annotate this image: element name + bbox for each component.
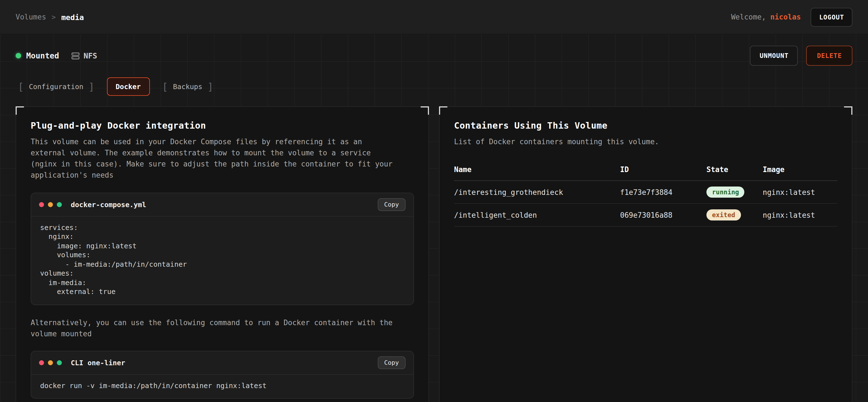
column-header-state: State [707,165,763,174]
containers-panel-subtitle: List of Docker containers mounting this … [454,136,823,147]
topbar-right: Welcome, nicolas LOGOUT [731,7,852,27]
column-header-id: ID [620,165,707,174]
window-dot-red-icon [39,202,44,207]
compose-code-content: services: nginx: image: nginx:latest vol… [31,216,413,304]
breadcrumb-volumes-link[interactable]: Volumes [16,13,46,21]
cli-code-block: CLI one-liner Copy docker run -v im-medi… [31,351,414,399]
mounted-status-label: Mounted [26,51,59,60]
breadcrumb-current-page: media [61,12,84,22]
container-state-badge: running [707,187,745,198]
window-dot-green-icon [57,360,62,365]
logout-button[interactable]: LOGOUT [811,7,852,27]
container-id: 069e73016a88 [620,211,707,219]
docker-integration-panel: Plug-and-play Docker integration This vo… [16,106,429,402]
main-content: Mounted NFS UNMOUNT DELETE Configuration [0,35,868,402]
corner-bracket-decoration [844,106,852,115]
corner-bracket-decoration [439,106,447,115]
cli-code-header: CLI one-liner Copy [31,351,413,375]
container-id: f1e73e7f3884 [620,188,707,196]
container-name: /intelligent_colden [454,211,620,219]
unmount-button[interactable]: UNMOUNT [750,46,798,66]
driver-label: NFS [84,51,97,60]
cli-intro-text: Alternatively, you can use the following… [31,317,399,340]
breadcrumb-separator-icon: > [52,13,56,21]
volume-actions: UNMOUNT DELETE [750,46,852,66]
column-header-name: Name [454,165,620,174]
cli-filename: CLI one-liner [71,359,125,367]
tab-docker[interactable]: Docker [107,77,150,96]
cli-copy-button[interactable]: Copy [377,356,406,369]
driver-indicator: NFS [71,51,97,60]
column-header-image: Image [763,165,837,174]
status-row: Mounted NFS UNMOUNT DELETE [16,46,852,66]
window-dot-red-icon [39,360,44,365]
tab-bar: Configuration Docker Backups [16,77,852,96]
window-dot-green-icon [57,202,62,207]
compose-code-header: docker-compose.yml Copy [31,193,413,216]
welcome-prefix: Welcome, [731,13,766,21]
docker-panel-description: This volume can be used in your Docker C… [31,136,399,181]
welcome-text: Welcome, nicolas [731,13,801,21]
window-dot-yellow-icon [48,360,53,365]
app-window: Volumes > media Welcome, nicolas LOGOUT … [0,0,868,402]
corner-bracket-decoration [421,106,429,115]
compose-filename: docker-compose.yml [71,200,146,208]
topbar: Volumes > media Welcome, nicolas LOGOUT [0,0,868,35]
containers-panel: Containers Using This Volume List of Doc… [439,106,852,402]
container-name: /interesting_grothendieck [454,188,620,196]
compose-copy-button[interactable]: Copy [377,198,406,211]
tab-backups-label: Backups [173,82,202,91]
window-dot-yellow-icon [48,202,53,207]
nfs-server-icon [71,52,80,60]
containers-table: Name ID State Image /interesting_grothen… [454,161,837,227]
table-row: /interesting_grothendieck f1e73e7f3884 r… [454,181,837,204]
container-state-badge: exited [707,209,741,221]
cli-code-content: docker run -v im-media:/path/in/containe… [31,375,413,398]
tab-backups[interactable]: Backups [160,77,216,96]
compose-code-block: docker-compose.yml Copy services: nginx:… [31,192,414,305]
container-image: nginx:latest [763,211,837,219]
tab-configuration-label: Configuration [29,82,84,91]
corner-bracket-decoration [16,106,24,115]
docker-panel-title: Plug-and-play Docker integration [31,120,414,131]
tab-docker-label: Docker [116,82,141,91]
table-row: /intelligent_colden 069e73016a88 exited … [454,204,837,227]
containers-table-header: Name ID State Image [454,161,837,181]
delete-button[interactable]: DELETE [806,46,852,66]
mounted-status-dot-icon [16,53,21,59]
username: nicolas [770,13,801,21]
container-image: nginx:latest [763,188,837,196]
containers-panel-title: Containers Using This Volume [454,120,837,131]
tab-configuration[interactable]: Configuration [16,77,97,96]
breadcrumb: Volumes > media [16,12,84,22]
panels-row: Plug-and-play Docker integration This vo… [16,106,852,402]
